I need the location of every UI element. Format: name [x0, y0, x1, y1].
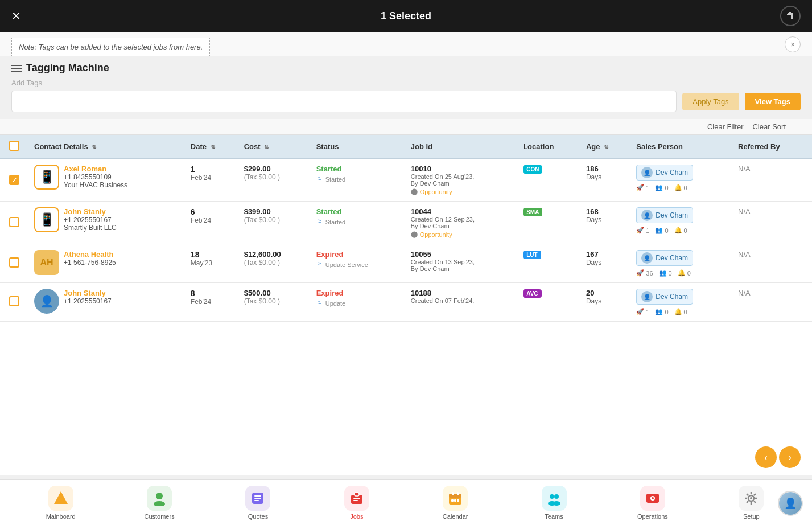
referred-by-value: N/A: [738, 207, 751, 216]
sort-date-icon[interactable]: ⇅: [211, 144, 215, 150]
job-created-by: By Dev Cham: [411, 180, 512, 187]
close-button[interactable]: ✕: [11, 9, 21, 23]
view-tags-button[interactable]: View Tags: [745, 93, 801, 110]
col-referred: Referred By: [732, 135, 812, 159]
status-label: Expired: [316, 250, 399, 259]
svg-rect-4: [254, 495, 261, 497]
table-row[interactable]: 👤 John Stanly +1 2025550167 8Feb'24$500.…: [0, 283, 812, 322]
row-checkbox-cell: [0, 202, 28, 244]
row-checkbox-cell: ✓: [0, 159, 28, 202]
nav-setup-label: Setup: [743, 513, 760, 520]
contact-name[interactable]: Athena Health: [64, 250, 116, 259]
svg-rect-17: [457, 499, 459, 502]
svg-point-24: [652, 497, 654, 499]
referredby-cell: N/A: [732, 244, 812, 283]
status-cell: Started 🏳 Started: [311, 202, 405, 244]
svg-point-21: [553, 501, 560, 506]
sort-contact-icon[interactable]: ⇅: [92, 144, 96, 150]
contact-name[interactable]: Axel Roman: [64, 165, 127, 173]
date-month: May'23: [191, 259, 233, 267]
tasks-icon: 🚀: [636, 269, 644, 277]
contact-phone: +1 8435550109: [64, 173, 127, 181]
nav-operations[interactable]: Operations: [633, 486, 673, 520]
row-checkbox[interactable]: ✓: [9, 175, 19, 185]
nav-jobs[interactable]: Jobs: [337, 486, 377, 520]
add-tags-label: Add Tags: [11, 79, 801, 87]
referred-by-value: N/A: [738, 165, 751, 173]
row-checkbox[interactable]: [9, 217, 19, 227]
col-date: Date ⇅: [185, 135, 238, 159]
contact-avatar: 📱: [34, 207, 59, 232]
setup-icon: [739, 486, 764, 511]
stat-alerts: 🔔 0: [674, 227, 687, 234]
next-page-button[interactable]: ›: [779, 446, 801, 468]
tags-input[interactable]: [11, 91, 677, 112]
status-label: Expired: [316, 289, 399, 297]
job-id[interactable]: 10010: [411, 165, 512, 173]
col-cost: Cost ⇅: [238, 135, 311, 159]
sales-stats: 🚀 1 👥 0 🔔 0: [636, 308, 727, 315]
svg-rect-8: [355, 493, 359, 496]
user-avatar-corner[interactable]: 👤: [778, 491, 803, 516]
status-flag: 🏳 Started: [316, 218, 399, 226]
clear-sort-link[interactable]: Clear Sort: [752, 122, 786, 131]
svg-rect-14: [457, 492, 459, 495]
team-icon: 👥: [655, 227, 663, 234]
sort-cost-icon[interactable]: ⇅: [264, 144, 269, 150]
operations-icon: [640, 486, 665, 511]
status-cell: Expired 🏳 Update Service: [311, 244, 405, 283]
nav-teams[interactable]: Teams: [534, 486, 574, 520]
table-row[interactable]: 📱 John Stanly +1 2025550167 Smartly Buil…: [0, 202, 812, 244]
job-id[interactable]: 10188: [411, 289, 512, 297]
prev-page-button[interactable]: ‹: [755, 446, 777, 468]
row-checkbox[interactable]: [9, 257, 19, 268]
hamburger-menu[interactable]: [11, 65, 22, 72]
job-id[interactable]: 10055: [411, 250, 512, 259]
date-day: 1: [191, 165, 233, 174]
team-icon: 👥: [655, 184, 663, 191]
row-checkbox[interactable]: [9, 296, 19, 306]
clear-filter-link[interactable]: Clear Filter: [707, 122, 744, 131]
location-cell: SMA: [517, 202, 580, 244]
jobid-cell: 10010 Created On 25 Aug'23, By Dev Cham …: [405, 159, 517, 202]
nav-customers[interactable]: Customers: [139, 486, 179, 520]
referred-by-value: N/A: [738, 250, 751, 259]
top-bar: ✕ 1 Selected 🗑: [0, 0, 812, 32]
stat-alerts: 🔔 0: [674, 308, 687, 315]
close-banner-button[interactable]: ×: [785, 36, 801, 52]
tasks-icon: 🚀: [636, 308, 644, 315]
job-id[interactable]: 10044: [411, 207, 512, 216]
status-flag: 🏳 Update: [316, 300, 399, 307]
status-flag: 🏳 Started: [316, 175, 399, 183]
nav-calendar[interactable]: Calendar: [435, 486, 475, 520]
status-label: Started: [316, 207, 399, 216]
col-salesperson: Sales Person: [630, 135, 732, 159]
cost-cell: $12,600.00(Tax $0.00 ): [238, 244, 311, 283]
stat-team: 👥 0: [655, 308, 668, 315]
contact-name[interactable]: John Stanly: [64, 289, 112, 297]
sales-avatar: 👤: [641, 167, 653, 178]
contact-company: Smartly Built LLC: [64, 224, 117, 232]
nav-quotes[interactable]: Quotes: [238, 486, 278, 520]
stat-tasks: 🚀 36: [636, 269, 653, 277]
svg-rect-13: [452, 492, 454, 495]
status-cell: Expired 🏳 Update: [311, 283, 405, 322]
stat-team: 👥 0: [655, 227, 668, 234]
nav-setup[interactable]: Setup: [731, 486, 771, 520]
nav-mainboard[interactable]: Mainboard: [41, 486, 81, 520]
cost-tax: (Tax $0.00 ): [244, 297, 305, 305]
table-body: ✓ 📱 Axel Roman +1 8435550109 Your HVAC B…: [0, 159, 812, 322]
salesperson-badge: 👤 Dev Cham: [636, 289, 693, 305]
apply-tags-button[interactable]: Apply Tags: [682, 93, 739, 110]
note-text: Note: Tags can be added to the selected …: [11, 38, 210, 56]
table-row[interactable]: AH Athena Health +1 561-756-8925 18May'2…: [0, 244, 812, 283]
header-checkbox[interactable]: [9, 141, 19, 151]
contact-name[interactable]: John Stanly: [64, 207, 117, 216]
sort-age-icon[interactable]: ⇅: [604, 144, 608, 150]
trash-button[interactable]: 🗑: [780, 6, 801, 26]
table-row[interactable]: ✓ 📱 Axel Roman +1 8435550109 Your HVAC B…: [0, 159, 812, 202]
location-cell: CON: [517, 159, 580, 202]
jobs-table: Contact Details ⇅ Date ⇅ Cost ⇅ Status J…: [0, 135, 812, 322]
sales-avatar: 👤: [641, 252, 653, 264]
table-header-row: Contact Details ⇅ Date ⇅ Cost ⇅ Status J…: [0, 135, 812, 159]
